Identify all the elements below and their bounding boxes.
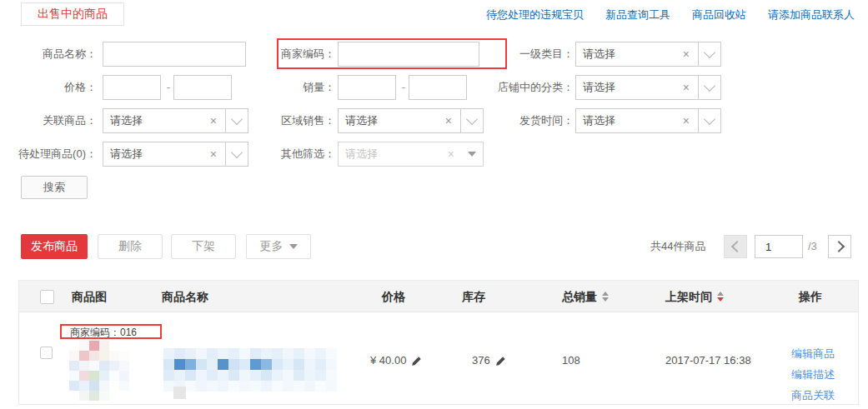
shop-category-select[interactable]: 请选择 ×: [575, 75, 721, 100]
products-table: 商品图 商品名称 价格 库存 总销量 上架时间 操作 ¥ 40.00: [18, 280, 859, 405]
price-max-input[interactable]: [173, 75, 232, 100]
tab-on-sale-products[interactable]: 出售中的商品: [21, 2, 124, 26]
pending-products-select[interactable]: 请选择 ×: [103, 142, 248, 167]
sales-min-input[interactable]: [338, 75, 396, 100]
chevron-down-icon[interactable]: [698, 109, 720, 132]
censored-product-name: [163, 348, 337, 392]
clear-icon[interactable]: ×: [444, 114, 454, 127]
sales-label: 销量：: [237, 75, 335, 100]
edit-price-icon[interactable]: [411, 356, 422, 367]
total-count-text: 共44件商品: [650, 234, 705, 259]
more-button[interactable]: 更多: [246, 234, 311, 259]
censored-product-image[interactable]: [69, 341, 129, 401]
category-select[interactable]: 请选择 ×: [575, 42, 721, 67]
product-name-label: 商品名称：: [0, 42, 97, 67]
row-actions: 编辑商品 编辑描述 商品关联: [791, 343, 835, 406]
price-min-input[interactable]: [103, 75, 161, 100]
chevron-right-icon: [832, 241, 844, 252]
link-add-product-contact[interactable]: 请添加商品联系人: [768, 7, 855, 22]
clear-icon[interactable]: ×: [681, 81, 691, 94]
column-header-sales-label: 总销量: [562, 281, 597, 312]
clear-icon[interactable]: ×: [208, 147, 218, 161]
region-sales-select-value: 请选择: [345, 113, 444, 128]
stock-value: 376: [472, 354, 490, 367]
top-links: 待您处理的违规宝贝 新品查询工具 商品回收站 请添加商品联系人: [486, 7, 855, 22]
pending-products-select-value: 请选择: [110, 147, 208, 162]
column-header-actions: 操作: [799, 281, 822, 312]
clear-icon[interactable]: ×: [681, 114, 691, 127]
shop-category-label: 店铺中的分类：: [475, 75, 574, 100]
column-header-sales: 总销量: [562, 281, 609, 312]
table-header-row: 商品图 商品名称 价格 库存 总销量 上架时间 操作: [19, 281, 858, 312]
link-new-product-query-tool[interactable]: 新品查询工具: [605, 7, 670, 22]
ship-time-select[interactable]: 请选择 ×: [575, 108, 721, 133]
sales-max-input[interactable]: [409, 75, 467, 100]
shop-category-select-value: 请选择: [583, 80, 681, 95]
delete-button[interactable]: 删除: [98, 234, 163, 259]
stock-cell: 376: [472, 354, 506, 367]
search-button[interactable]: 搜索: [21, 176, 88, 199]
category-label: 一级类目：: [475, 42, 574, 67]
prev-page-button[interactable]: [724, 235, 747, 258]
sales-range-dash: -: [399, 75, 408, 100]
more-button-label: 更多: [260, 239, 283, 254]
related-products-label: 关联商品：: [0, 108, 97, 133]
column-header-listed-label: 上架时间: [665, 281, 712, 312]
sort-sales-control[interactable]: [602, 292, 609, 302]
region-sales-label: 区域销售：: [237, 108, 335, 133]
edit-description-link[interactable]: 编辑描述: [791, 364, 835, 385]
column-header-image: 商品图: [72, 281, 107, 312]
clear-icon[interactable]: ×: [208, 114, 218, 127]
sort-listed-time-control[interactable]: [717, 292, 724, 302]
edit-product-link[interactable]: 编辑商品: [791, 343, 835, 364]
censored-fragment: [173, 387, 186, 399]
category-select-value: 请选择: [583, 47, 681, 62]
sales-cell: 108: [562, 354, 580, 367]
product-relation-link[interactable]: 商品关联: [791, 385, 835, 406]
page-number-input[interactable]: [755, 235, 803, 258]
other-filters-select[interactable]: 请选择 ×: [338, 142, 484, 167]
triangle-down-icon: [463, 142, 483, 166]
product-name-input[interactable]: [103, 42, 246, 67]
listed-time-value: 2017-07-17 16:38: [665, 354, 751, 367]
related-products-select-value: 请选择: [110, 113, 208, 128]
column-header-name: 商品名称: [162, 281, 208, 312]
ship-time-label: 发货时间：: [475, 108, 574, 133]
merchant-code-label: 商家编码：: [237, 42, 335, 67]
sales-value: 108: [562, 354, 580, 367]
link-product-recycle-bin[interactable]: 商品回收站: [692, 7, 746, 22]
total-pages-text: /3: [808, 235, 817, 258]
other-filters-label: 其他筛选：: [237, 142, 335, 167]
pending-products-label: 待处理商品(0)：: [0, 142, 97, 167]
next-page-button[interactable]: [828, 235, 851, 258]
chevron-down-icon[interactable]: [698, 42, 720, 66]
price-value: ¥ 40.00: [370, 354, 406, 367]
row-checkbox[interactable]: [40, 347, 53, 359]
select-all-checkbox[interactable]: [40, 290, 54, 304]
column-header-price: 价格: [382, 281, 405, 312]
take-down-button[interactable]: 下架: [171, 234, 236, 259]
table-row: ¥ 40.00 376 108 2017-07-17 16:38 编辑商品 编辑…: [19, 312, 858, 404]
price-range-dash: -: [164, 75, 173, 100]
caret-down-icon: [289, 244, 298, 249]
clear-icon[interactable]: ×: [681, 47, 691, 61]
seller-products-page: 出售中的商品 待您处理的违规宝贝 新品查询工具 商品回收站 请添加商品联系人 商…: [0, 0, 868, 409]
region-sales-select[interactable]: 请选择 ×: [338, 108, 484, 133]
merchant-code-input[interactable]: [338, 42, 479, 67]
listed-time-cell: 2017-07-17 16:38: [665, 354, 751, 367]
chevron-down-icon[interactable]: [698, 76, 720, 99]
edit-stock-icon[interactable]: [495, 356, 506, 367]
ship-time-select-value: 请选择: [583, 113, 681, 128]
column-header-stock: 库存: [462, 281, 485, 312]
column-header-listed-time: 上架时间: [665, 281, 724, 312]
other-filters-select-value: 请选择: [345, 147, 446, 162]
price-label: 价格：: [0, 75, 97, 100]
related-products-select[interactable]: 请选择 ×: [103, 108, 248, 133]
link-violation-items[interactable]: 待您处理的违规宝贝: [486, 7, 584, 22]
chevron-left-icon: [730, 241, 742, 252]
clear-icon[interactable]: ×: [446, 147, 456, 161]
price-cell: ¥ 40.00: [370, 354, 422, 367]
publish-product-button[interactable]: 发布商品: [21, 234, 88, 259]
